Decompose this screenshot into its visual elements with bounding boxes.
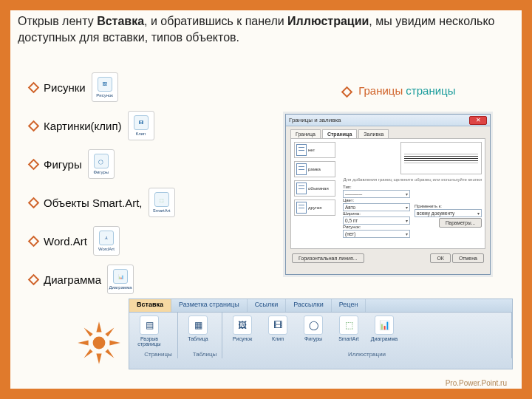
ribbon-group-pages-label: Страницы [134,351,183,358]
color-combo[interactable]: Авто▾ [343,203,410,211]
table-icon: ▦ [188,316,208,335]
border-preset-box[interactable]: рамка [294,161,335,177]
svg-marker-6 [105,328,114,337]
ribbon-chart[interactable]: 📊Диаграмма [369,316,400,341]
picture-icon: 🖼Рисунок [92,72,118,102]
art-label: Рисунок: [343,225,410,229]
ribbon-group-tables-label: Таблицы [183,351,227,358]
chevron-down-icon: ▾ [406,205,408,210]
svg-marker-7 [84,349,93,358]
list-item: Диаграмма 📊Диаграмма [30,265,175,294]
close-button[interactable]: ✕ [469,116,487,125]
dialog-title: Границы и заливка [289,117,341,123]
tab-fill[interactable]: Заливка [358,129,389,138]
hline-button[interactable]: Горизонтальная линия... [292,253,364,263]
tab-border[interactable]: Граница [290,129,321,138]
ok-button[interactable]: ОК [430,253,451,263]
ribbon-shapes[interactable]: ◯Фигуры [298,316,329,341]
apply-label: Применить к: [415,204,482,208]
ribbon-clip[interactable]: 🎞Клип [262,316,293,341]
ribbon-page-break[interactable]: ▤ Разрыв страницы [134,316,165,347]
width-label: Ширина: [343,211,410,216]
border-preset-other[interactable]: другая [294,200,335,216]
clip-icon: 🎞Клип [128,111,154,140]
list-item-label: Рисунки [44,81,86,94]
list-item: Объекты Smart.Art, ⬚SmartArt [30,188,175,217]
ribbon-tab-layout[interactable]: Разметка страницы [171,299,248,312]
chevron-down-icon: ▾ [477,211,480,216]
shapes-icon: ◯Фигуры [88,149,115,179]
tab-page[interactable]: Страница [322,129,357,138]
shapes-icon: ◯ [304,316,323,335]
wordart-icon: AWordArt [93,226,120,256]
color-label: Цвет: [343,198,410,202]
ribbon-smartart[interactable]: ⬚SmartArt [333,316,364,341]
chart-icon: 📊 [375,316,394,335]
ribbon-tab-references[interactable]: Ссылки [248,299,287,312]
border-preset-none[interactable]: нет [294,142,335,158]
svg-marker-5 [84,328,93,337]
svg-marker-2 [96,353,101,364]
list-item-label: Картинки(клип) [44,120,122,132]
apply-combo[interactable]: всему документу▾ [415,209,482,217]
ribbon-tab-insert[interactable]: Вставка [129,299,171,312]
svg-point-0 [93,337,106,349]
chevron-down-icon: ▾ [406,218,408,223]
borders-shading-dialog: Границы и заливка ✕ Граница Страница Зал… [285,114,491,275]
svg-marker-4 [109,340,120,345]
list-item: Word.Art AWordArt [30,226,175,256]
list-item-label: Word.Art [44,235,87,248]
options-button[interactable]: Параметры... [439,218,482,228]
list-item-label: Объекты Smart.Art, [44,197,143,209]
width-combo[interactable]: 0,5 пт▾ [343,216,410,225]
ribbon-table[interactable]: ▦ Таблица [183,316,214,341]
picture-icon: 🖼 [233,316,252,335]
list-item: Картинки(клип) 🎞Клип [30,111,175,140]
chart-icon: 📊Диаграмма [107,265,134,294]
art-combo[interactable]: (нет)▾ [343,230,410,238]
diamond-bullet-icon [28,120,40,132]
type-combo[interactable]: ─────▾ [343,190,410,198]
chevron-down-icon: ▾ [406,231,408,236]
object-types-list: Рисунки 🖼Рисунок Картинки(клип) 🎞Клип Фи… [30,72,175,303]
border-preview [400,142,482,174]
page-break-icon: ▤ [140,316,159,335]
page-borders-heading: Границы страницы [343,84,455,97]
ribbon-picture[interactable]: 🖼Рисунок [227,316,258,341]
list-item-label: Диаграмма [44,273,101,286]
cancel-button[interactable]: Отмена [452,253,484,263]
list-item: Рисунки 🖼Рисунок [30,72,175,102]
diamond-bullet-icon [341,86,353,98]
svg-marker-1 [96,321,101,332]
ribbon-tab-mailings[interactable]: Рассылки [286,299,331,312]
smartart-icon: ⬚ [339,316,358,335]
ribbon-tab-review[interactable]: Рецен [332,299,366,312]
slide-title: Открыв ленту Вставка, и обратившись к па… [18,13,514,45]
type-label: Тип: [343,185,410,189]
footer-credit: Pro.Power.Point.ru [446,379,507,387]
list-item-label: Фигуры [44,158,82,171]
sun-decoration-icon [77,321,121,365]
diamond-bullet-icon [28,158,40,170]
border-preset-3d[interactable]: объемная [294,180,335,197]
preview-hint: Для добавления границ щелкните образец и… [343,177,482,182]
svg-marker-3 [78,340,88,345]
diamond-bullet-icon [28,273,40,285]
diamond-bullet-icon [28,197,40,208]
diamond-bullet-icon [28,235,40,247]
list-item: Фигуры ◯Фигуры [30,149,175,179]
smartart-icon: ⬚SmartArt [149,188,175,217]
word-ribbon: Вставка Разметка страницы Ссылки Рассылк… [129,299,513,369]
diamond-bullet-icon [28,81,40,93]
ribbon-group-illustrations-label: Иллюстрации [222,351,511,358]
svg-marker-8 [105,349,114,358]
clip-icon: 🎞 [268,316,287,335]
chevron-down-icon: ▾ [406,191,408,197]
